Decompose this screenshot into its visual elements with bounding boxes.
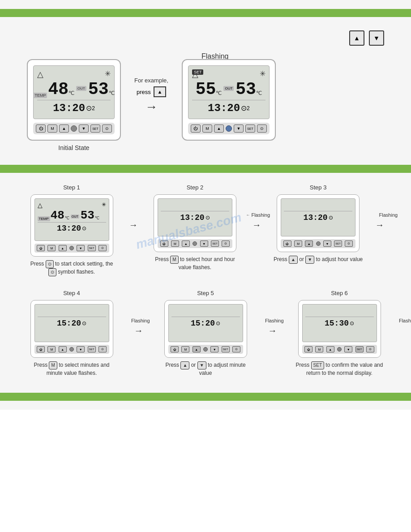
step-1-cell: Step 1 △ ✳ TEMP 48 ℃ OUT bbox=[27, 184, 116, 276]
step2-buttons: ⏻ M ▲ ▼ SET ⊙ bbox=[158, 239, 232, 248]
example-up-btn[interactable]: ▲ bbox=[154, 86, 166, 97]
set-btn-r[interactable]: SET bbox=[245, 124, 255, 133]
s4-set[interactable]: SET bbox=[88, 346, 96, 352]
up-dev-btn[interactable]: ▲ bbox=[59, 124, 69, 133]
step2-m-inline: M bbox=[170, 256, 178, 264]
press-label: press bbox=[137, 89, 151, 95]
power-btn-r[interactable]: ⏻ bbox=[191, 124, 201, 133]
circle-btn-r[interactable] bbox=[226, 125, 232, 132]
step3-flashing-note: Flashing bbox=[379, 212, 398, 218]
s4-clk[interactable]: ⊙ bbox=[98, 346, 107, 352]
s3-up[interactable]: ▲ bbox=[305, 240, 313, 247]
s2-up[interactable]: ▲ bbox=[182, 240, 190, 247]
s4-dn[interactable]: ▼ bbox=[77, 346, 85, 352]
s5-set[interactable]: SET bbox=[222, 346, 230, 352]
s6-m[interactable]: M bbox=[315, 346, 323, 352]
power-btn[interactable]: ⏻ bbox=[36, 124, 46, 133]
arrow-5-6: → bbox=[268, 290, 277, 336]
s1-set[interactable]: SET bbox=[88, 245, 96, 251]
top-nav-section: ▲ ▼ bbox=[27, 26, 384, 55]
step-2-desc: Press M to select hour and hour value fl… bbox=[150, 256, 240, 271]
step6-set-inline: SET bbox=[311, 361, 324, 369]
time-display-r: 13:20 bbox=[208, 102, 240, 114]
step-6-device: 15:30 ⊙ ⏻ M ▲ ▼ SET ⊙ bbox=[298, 300, 381, 358]
s3-circle[interactable] bbox=[316, 241, 321, 246]
step-4-cell: Step 4 15:20 ⊙ ⏻ bbox=[27, 290, 116, 377]
clock-btn[interactable]: ⊙ bbox=[102, 124, 112, 133]
sub-2: 2 bbox=[92, 105, 95, 112]
sun-icon-r: ✳ bbox=[260, 69, 265, 78]
s2-circle[interactable] bbox=[193, 241, 197, 246]
s1-up[interactable]: ▲ bbox=[59, 245, 67, 251]
s2-clk[interactable]: ⊙ bbox=[222, 240, 230, 247]
s1-pwr[interactable]: ⏻ bbox=[37, 245, 45, 251]
step1-tri: △ bbox=[38, 202, 43, 209]
step1-temp-l: 48 bbox=[51, 210, 64, 221]
s4-circle[interactable] bbox=[69, 347, 74, 352]
down-dev-btn-r[interactable]: ▼ bbox=[234, 124, 244, 133]
step4-time: 15:20 bbox=[57, 319, 81, 328]
s2-pwr[interactable]: ⏻ bbox=[160, 240, 168, 247]
s3-set[interactable]: SET bbox=[334, 240, 342, 247]
up-dev-btn-r[interactable]: ▲ bbox=[214, 124, 224, 133]
temp-value-right: 53 bbox=[88, 81, 109, 98]
section-divider bbox=[0, 165, 411, 173]
out-label: OUT bbox=[76, 86, 86, 91]
step6-flashing-note: Flashing bbox=[399, 318, 411, 323]
step3-time: 13:20 bbox=[304, 213, 328, 222]
s5-pwr[interactable]: ⏻ bbox=[171, 346, 179, 352]
s2-m[interactable]: M bbox=[171, 240, 179, 247]
step1-clock-btn-inline: ⊙ bbox=[46, 260, 54, 268]
s4-up[interactable]: ▲ bbox=[59, 346, 67, 352]
clock-icon: ⊙ bbox=[86, 104, 92, 112]
s3-m[interactable]: M bbox=[294, 240, 302, 247]
s5-clk[interactable]: ⊙ bbox=[232, 346, 240, 352]
down-dev-btn[interactable]: ▼ bbox=[79, 124, 89, 133]
example-arrow-section: For example, press ▲ → bbox=[134, 59, 168, 114]
triangle-icon: △ bbox=[37, 69, 43, 79]
s5-m[interactable]: M bbox=[181, 346, 189, 352]
s2-dn[interactable]: ▼ bbox=[200, 240, 208, 247]
down-button[interactable]: ▼ bbox=[369, 30, 384, 46]
m-btn[interactable]: M bbox=[47, 124, 57, 133]
out-label-r: OUT bbox=[223, 86, 234, 91]
s6-circle[interactable] bbox=[337, 347, 342, 352]
degree-left: ℃ bbox=[68, 90, 74, 96]
step4-clock: ⊙ bbox=[82, 320, 86, 326]
step6-clock: ⊙ bbox=[350, 320, 354, 326]
s5-dn[interactable]: ▼ bbox=[210, 346, 218, 352]
example-text: For example, bbox=[134, 77, 168, 84]
step-3-desc: Press ▲ or ▼ to adjust hour value bbox=[274, 256, 363, 264]
step2-clock: ⊙ bbox=[206, 215, 210, 221]
s3-clk[interactable]: ⊙ bbox=[345, 240, 353, 247]
s4-pwr[interactable]: ⏻ bbox=[37, 346, 45, 352]
step-3-title: Step 3 bbox=[310, 184, 327, 191]
s4-m[interactable]: M bbox=[47, 346, 56, 352]
s6-up[interactable]: ▲ bbox=[326, 346, 334, 352]
arrow-2-3: → bbox=[252, 184, 261, 230]
s6-clk[interactable]: ⊙ bbox=[366, 346, 374, 352]
s6-pwr[interactable]: ⏻ bbox=[304, 346, 313, 352]
s5-circle[interactable] bbox=[203, 347, 208, 352]
s1-dn[interactable]: ▼ bbox=[77, 245, 85, 251]
step-6-desc: Press SET to confirm the value and retur… bbox=[295, 361, 384, 377]
s3-dn[interactable]: ▼ bbox=[323, 240, 331, 247]
circle-btn[interactable] bbox=[71, 125, 77, 132]
step5-time: 15:20 bbox=[191, 319, 215, 328]
s5-up[interactable]: ▲ bbox=[193, 346, 201, 352]
clock-btn-r[interactable]: ⊙ bbox=[257, 124, 267, 133]
s6-dn[interactable]: ▼ bbox=[344, 346, 352, 352]
s3-pwr[interactable]: ⏻ bbox=[283, 240, 291, 247]
s1-clk[interactable]: ⊙ bbox=[98, 245, 107, 251]
up-button[interactable]: ▲ bbox=[349, 30, 364, 46]
device-buttons-right: ⏻ M ▲ ▼ SET ⊙ bbox=[188, 123, 270, 134]
step4-flashing-note: Flashing bbox=[131, 318, 150, 323]
m-btn-r[interactable]: M bbox=[202, 124, 212, 133]
s6-set[interactable]: SET bbox=[355, 346, 364, 352]
s1-m[interactable]: M bbox=[47, 245, 56, 251]
step-1-device: △ ✳ TEMP 48 ℃ OUT 53 ℃ bbox=[30, 194, 113, 257]
s1-circle[interactable] bbox=[69, 246, 74, 250]
set-btn[interactable]: SET bbox=[90, 124, 100, 133]
step-6-cell: Step 6 15:30 ⊙ ⏻ bbox=[295, 290, 384, 377]
s2-set[interactable]: SET bbox=[211, 240, 219, 247]
